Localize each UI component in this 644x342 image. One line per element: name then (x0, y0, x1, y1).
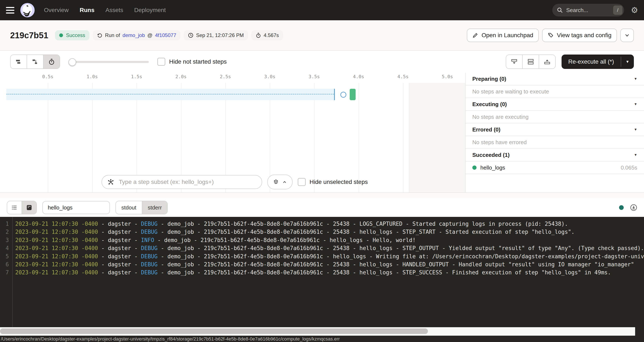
dagster-octopus-icon (20, 3, 35, 17)
axis-tick-label: 2.0s (176, 74, 187, 79)
step-subset-field[interactable] (102, 175, 262, 189)
search-icon (557, 7, 563, 13)
log-timestamp: 2023-09-21 12:07:30 -0400 (15, 244, 98, 252)
panel-section-header[interactable]: Preparing (0)▼ (466, 73, 644, 86)
log-line-number: 4 (0, 244, 9, 252)
stdout-stderr-tabs: stdoutstderr (116, 201, 168, 214)
collapse-triangle-icon: ▼ (634, 102, 637, 106)
split-panels-button[interactable] (523, 55, 539, 68)
scrollbar-thumb[interactable] (0, 328, 428, 334)
graph-query-toggle-button[interactable] (267, 174, 292, 190)
view-tags-config-button[interactable]: View tags and config (542, 28, 617, 42)
structured-log-view-button[interactable] (7, 201, 22, 214)
panel-resize-handle[interactable] (0, 193, 644, 198)
gantt-zoom-slider[interactable] (68, 58, 149, 65)
step-filter-row: Hide unselected steps (102, 174, 368, 190)
dagster-app: OverviewRunsAssetsDeployment Search... /… (0, 0, 644, 342)
log-line-number: 1 (0, 220, 9, 228)
job-link[interactable]: demo_job (123, 32, 145, 38)
top-nav: OverviewRunsAssetsDeployment Search... /… (0, 0, 644, 20)
log-toolbar-right (619, 204, 637, 211)
collapse-panel-up-button[interactable] (539, 55, 555, 68)
caret-up-icon (282, 180, 287, 184)
log-line-number: 7 (0, 268, 9, 276)
raw-log-view-button[interactable] (22, 201, 36, 214)
log-toolbar: stdoutstderr (0, 198, 644, 217)
log-step-filter-input[interactable] (47, 204, 105, 211)
hide-unselected-checkbox[interactable]: Hide unselected steps (298, 178, 368, 186)
more-actions-button[interactable] (620, 28, 634, 42)
hamburger-menu-icon[interactable] (6, 7, 14, 14)
duration-label: 4.567s (264, 32, 279, 38)
log-line-number: 6 (0, 260, 9, 268)
collapse-panel-down-button[interactable] (506, 55, 523, 68)
log-view-mode-group (7, 201, 37, 214)
gutter-divider (12, 217, 13, 327)
panel-section-header[interactable]: Errored (0)▼ (466, 124, 644, 136)
log-horizontal-scrollbar[interactable] (0, 327, 644, 336)
axis-tick-label: 3.0s (264, 74, 276, 79)
reexecute-dropdown-caret[interactable]: ▼ (621, 60, 634, 64)
checkbox-box[interactable] (157, 58, 165, 66)
panel-down-icon (511, 58, 518, 65)
slider-knob[interactable] (68, 58, 76, 66)
nav-item-deployment[interactable]: Deployment (134, 7, 166, 14)
timed-view-button[interactable] (44, 55, 60, 68)
step-name: hello_logs (480, 164, 505, 171)
snapshot-link[interactable]: 4f105077 (155, 32, 176, 38)
run-end-shaded-region (409, 83, 465, 192)
flat-view-button[interactable] (10, 55, 27, 68)
log-timestamp: 2023-09-21 12:07:30 -0400 (15, 260, 98, 268)
nav-item-runs[interactable]: Runs (80, 7, 94, 14)
log-timestamp: 2023-09-21 12:07:30 -0400 (15, 236, 98, 244)
open-in-launchpad-label: Open in Launchpad (482, 32, 533, 39)
split-panels-icon (527, 58, 534, 65)
pencil-icon (472, 32, 478, 38)
step-row[interactable]: hello_logs0.065s (466, 162, 644, 174)
nav-item-assets[interactable]: Assets (106, 7, 123, 14)
reexecute-all-button[interactable]: Re-execute all (*) ▼ (562, 54, 634, 69)
log-output[interactable]: 12023-09-21 12:07:30 -0400 - dagster - D… (0, 217, 644, 327)
log-line-number: 2 (0, 228, 9, 236)
step-subset-input[interactable] (118, 178, 256, 186)
tag-icon (548, 32, 554, 38)
panel-empty-message: No steps are executing (466, 111, 644, 124)
open-in-launchpad-button[interactable]: Open in Launchpad (467, 28, 539, 42)
checkbox-box[interactable] (298, 178, 306, 186)
log-line: 22023-09-21 12:07:30 -0400 - dagster - D… (0, 228, 644, 236)
status-dot-icon (59, 34, 63, 37)
panel-section-header[interactable]: Succeeded (1)▼ (466, 149, 644, 162)
settings-gear-icon[interactable]: ⚙ (631, 6, 638, 14)
stopwatch-icon (256, 32, 261, 38)
history-icon (97, 32, 102, 38)
axis-tick-label: 1.5s (131, 74, 142, 79)
run-of-prefix: Run of (105, 32, 120, 38)
nav-item-overview[interactable]: Overview (44, 7, 69, 14)
download-log-icon[interactable] (630, 204, 637, 211)
log-step-filter-field[interactable] (42, 201, 110, 214)
log-line-number: 5 (0, 252, 9, 260)
panel-section-title: Errored (0) (472, 126, 500, 133)
dagster-logo[interactable] (20, 3, 35, 17)
gantt-toolbar-right: Re-execute all (*) ▼ (506, 54, 634, 69)
flat-view-icon (15, 58, 22, 65)
gantt-bar-hello-logs[interactable] (350, 89, 356, 100)
hide-not-started-checkbox[interactable]: Hide not started steps (157, 58, 227, 66)
panel-section-title: Preparing (0) (472, 76, 506, 82)
panel-empty-message: No steps are waiting to execute (466, 86, 644, 98)
panel-section-header[interactable]: Executing (0)▼ (466, 98, 644, 111)
log-line: 72023-09-21 12:07:30 -0400 - dagster - D… (0, 268, 644, 276)
run-of-tag: Run of demo_job @ 4f105077 (93, 30, 180, 40)
tab-stderr[interactable]: stderr (142, 201, 167, 214)
gantt-chart[interactable]: Hide unselected steps 0.5s1.0s1.5s2.0s2.… (0, 73, 465, 192)
axis-tick-label: 3.5s (309, 74, 320, 79)
gantt-toolbar: Hide not started steps (0, 51, 644, 73)
log-level: DEBUG (141, 268, 158, 276)
hide-unselected-label: Hide unselected steps (310, 178, 368, 185)
log-timestamp: 2023-09-21 12:07:30 -0400 (15, 228, 98, 236)
search-input[interactable]: Search... / (552, 4, 624, 16)
log-line: 62023-09-21 12:07:30 -0400 - dagster - D… (0, 260, 644, 268)
axis-tick-label: 4.5s (398, 74, 409, 79)
tab-stdout[interactable]: stdout (116, 201, 142, 214)
waterfall-view-button[interactable] (27, 55, 44, 68)
